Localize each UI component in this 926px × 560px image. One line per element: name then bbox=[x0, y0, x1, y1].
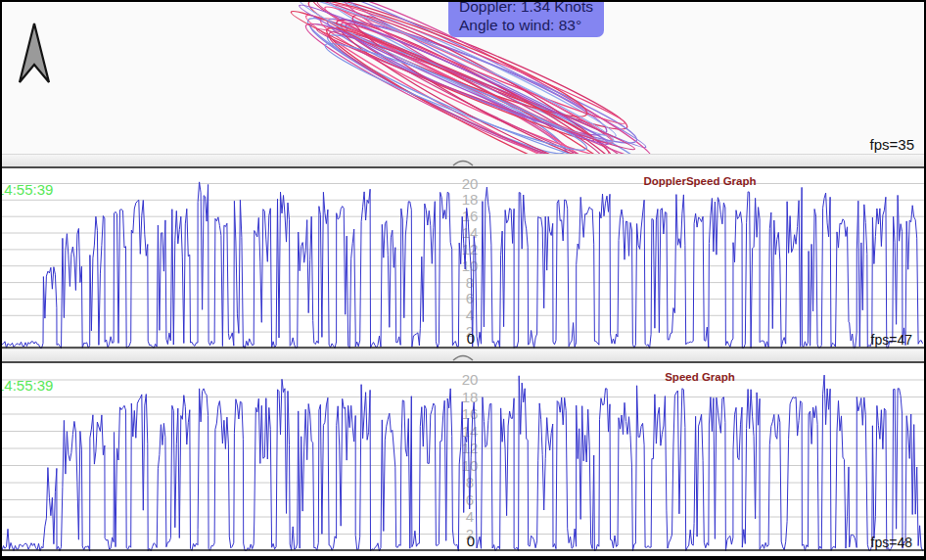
divider-handle-icon[interactable] bbox=[450, 352, 476, 362]
speed-graph-panel[interactable]: fps=48 2468101214161820 0 Speed Graph 14… bbox=[2, 366, 924, 551]
svg-text:14: 14 bbox=[462, 224, 479, 241]
dopplerspeed-timestamp: 14:55:39 bbox=[0, 181, 53, 198]
window-border-left bbox=[0, 0, 2, 560]
pane-divider-1[interactable] bbox=[2, 154, 924, 168]
svg-text:20: 20 bbox=[462, 175, 479, 192]
speed-fps-label: fps=48 bbox=[871, 535, 912, 550]
speed-graph-plot[interactable]: 2468101214161820 bbox=[2, 366, 924, 551]
speed-zero-tick: 0 bbox=[462, 533, 480, 549]
map-panel[interactable]: Doppler: 1.34 Knots Angle to wind: 83° f… bbox=[2, 2, 924, 154]
svg-text:18: 18 bbox=[462, 389, 479, 405]
tooltip-angle-line: Angle to wind: 83° bbox=[459, 16, 593, 34]
svg-text:4: 4 bbox=[466, 508, 474, 525]
svg-text:16: 16 bbox=[462, 405, 479, 422]
speed-timestamp: 14:55:39 bbox=[0, 377, 53, 394]
dopplerspeed-graph-title: DopplerSpeed Graph bbox=[602, 175, 798, 187]
svg-text:20: 20 bbox=[462, 371, 479, 388]
app-window: Doppler: 1.34 Knots Angle to wind: 83° f… bbox=[0, 0, 926, 560]
divider-handle-icon[interactable] bbox=[450, 158, 476, 167]
svg-text:16: 16 bbox=[462, 208, 479, 224]
north-arrow-icon bbox=[12, 20, 57, 88]
doppler-tooltip: Doppler: 1.34 Knots Angle to wind: 83° bbox=[448, 0, 604, 37]
dopplerspeed-zero-tick: 0 bbox=[462, 330, 480, 347]
window-border-bottom bbox=[0, 556, 926, 560]
pane-divider-2[interactable] bbox=[2, 349, 924, 363]
speed-graph-title: Speed Graph bbox=[602, 371, 798, 383]
dopplerspeed-graph-panel[interactable]: fps=47 2468101214161820 0 DopplerSpeed G… bbox=[2, 170, 924, 349]
svg-text:18: 18 bbox=[462, 191, 479, 208]
dopplerspeed-graph-plot[interactable]: 2468101214161820 bbox=[2, 170, 924, 349]
window-border-top bbox=[0, 0, 926, 2]
map-fps-label: fps=35 bbox=[870, 136, 914, 153]
dopplerspeed-fps-label: fps=47 bbox=[871, 332, 912, 348]
svg-text:8: 8 bbox=[466, 274, 474, 291]
tooltip-doppler-line: Doppler: 1.34 Knots bbox=[459, 0, 593, 16]
